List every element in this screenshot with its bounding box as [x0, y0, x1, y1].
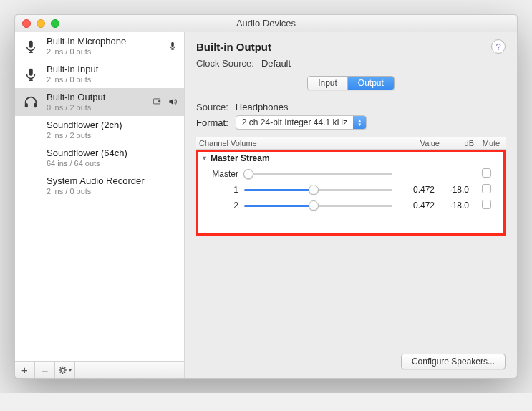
- channel-volume-table: Channel Volume Value dB Mute ▼ Master St…: [196, 137, 506, 347]
- disclosure-triangle-icon[interactable]: ▼: [201, 155, 208, 162]
- device-name: Built-in Output: [47, 92, 145, 103]
- device-row[interactable]: Built-in Output0 ins / 2 outs: [15, 88, 184, 116]
- svg-line-20: [64, 367, 64, 368]
- format-label: Format:: [196, 117, 228, 128]
- stream-label: Master Stream: [211, 153, 270, 163]
- mute-checkbox[interactable]: [482, 184, 491, 193]
- format-select[interactable]: 2 ch 24-bit Integer 44.1 kHz: [236, 115, 367, 130]
- close-icon[interactable]: [22, 19, 31, 28]
- window-title: Audio Devices: [15, 18, 517, 29]
- channel-value: 0.472: [398, 185, 437, 195]
- volume-slider[interactable]: [244, 189, 392, 191]
- mute-cell: [472, 200, 500, 211]
- channel-db: -18.0: [437, 185, 472, 195]
- svg-point-12: [60, 368, 64, 372]
- volume-slider[interactable]: [244, 205, 392, 207]
- mute-cell: [472, 184, 500, 195]
- svg-rect-3: [171, 42, 174, 46]
- highlight-box: ▼ Master Stream Master10.472-18.020.472-…: [196, 150, 506, 236]
- device-io: 2 ins / 0 outs: [47, 187, 173, 197]
- mute-cell: [472, 168, 500, 180]
- main-panel: Built-in Output ? Clock Source: Default …: [185, 32, 517, 378]
- stream-row[interactable]: ▼ Master Stream: [201, 153, 500, 163]
- svg-line-17: [59, 367, 60, 368]
- format-value: 2 ch 24-bit Integer 44.1 kHz: [236, 116, 353, 129]
- svg-rect-0: [29, 41, 33, 48]
- audio-devices-window: Audio Devices Built-in Microphone2 ins /…: [14, 14, 518, 379]
- minimize-icon[interactable]: [37, 19, 45, 28]
- source-value: Headphones: [236, 102, 289, 112]
- default-input-icon: [167, 41, 178, 53]
- device-io: 0 ins / 2 outs: [47, 103, 145, 113]
- channel-label: Master: [201, 169, 244, 179]
- tab-output[interactable]: Output: [348, 77, 394, 90]
- gear-icon: [57, 365, 73, 375]
- device-title: Built-in Output: [196, 41, 491, 53]
- titlebar[interactable]: Audio Devices: [15, 15, 517, 32]
- volume-slider: [244, 173, 392, 175]
- clock-source-label: Clock Source:: [196, 58, 254, 69]
- svg-line-19: [59, 372, 60, 372]
- headphones-icon: [21, 95, 41, 110]
- device-row[interactable]: Soundflower (64ch)64 ins / 64 outs: [15, 144, 184, 172]
- device-row[interactable]: System Audio Recorder2 ins / 0 outs: [15, 172, 184, 200]
- default-output-icon: [167, 97, 178, 109]
- channel-label: 1: [201, 185, 244, 195]
- svg-rect-9: [25, 103, 28, 107]
- device-list: Built-in Microphone2 ins / 0 outsBuilt-i…: [15, 32, 184, 361]
- svg-rect-6: [29, 69, 33, 76]
- device-name: Soundflower (2ch): [47, 120, 173, 131]
- system-output-icon: [151, 97, 163, 109]
- help-button[interactable]: ?: [491, 39, 506, 54]
- device-io: 2 ins / 2 outs: [47, 131, 173, 141]
- channel-label: 2: [201, 200, 244, 211]
- svg-rect-10: [34, 103, 37, 107]
- col-channel: Channel Volume: [196, 139, 403, 148]
- channel-row: 20.472-18.0: [201, 198, 500, 213]
- device-row[interactable]: Built-in Input2 ins / 0 outs: [15, 60, 184, 88]
- col-value: Value: [403, 139, 442, 148]
- col-mute: Mute: [477, 139, 506, 148]
- remove-device-button[interactable]: –: [35, 362, 55, 379]
- device-name: Built-in Microphone: [47, 36, 161, 47]
- device-name: Soundflower (64ch): [47, 148, 173, 159]
- channel-row: 10.472-18.0: [201, 182, 500, 198]
- device-name: Built-in Input: [47, 64, 173, 75]
- device-sidebar: Built-in Microphone2 ins / 0 outsBuilt-i…: [15, 32, 185, 378]
- channel-db: -18.0: [437, 200, 472, 211]
- mute-checkbox[interactable]: [482, 200, 491, 209]
- tab-input[interactable]: Input: [308, 77, 348, 90]
- chevron-updown-icon: [353, 116, 366, 129]
- channel-value: 0.472: [398, 200, 437, 211]
- sidebar-footer: + –: [15, 361, 184, 378]
- action-menu-button[interactable]: [55, 362, 75, 379]
- device-io: 2 ins / 0 outs: [47, 47, 161, 57]
- add-device-button[interactable]: +: [15, 362, 35, 379]
- mic-icon: [21, 67, 41, 82]
- clock-source-value: Default: [261, 58, 291, 69]
- device-row[interactable]: Soundflower (2ch)2 ins / 2 outs: [15, 116, 184, 144]
- mic-icon: [21, 39, 41, 54]
- zoom-icon[interactable]: [51, 19, 59, 28]
- mute-checkbox[interactable]: [482, 168, 491, 178]
- device-row[interactable]: Built-in Microphone2 ins / 0 outs: [15, 32, 184, 60]
- source-label: Source:: [196, 102, 228, 112]
- traffic-lights: [15, 19, 59, 28]
- io-segment: Input Output: [307, 76, 395, 90]
- device-io: 64 ins / 64 outs: [47, 159, 173, 169]
- device-name: System Audio Recorder: [47, 175, 173, 187]
- col-db: dB: [442, 139, 477, 148]
- configure-speakers-button[interactable]: Configure Speakers...: [401, 354, 506, 369]
- channel-row: Master: [201, 166, 500, 182]
- device-io: 2 ins / 0 outs: [47, 75, 173, 85]
- svg-line-18: [64, 372, 64, 372]
